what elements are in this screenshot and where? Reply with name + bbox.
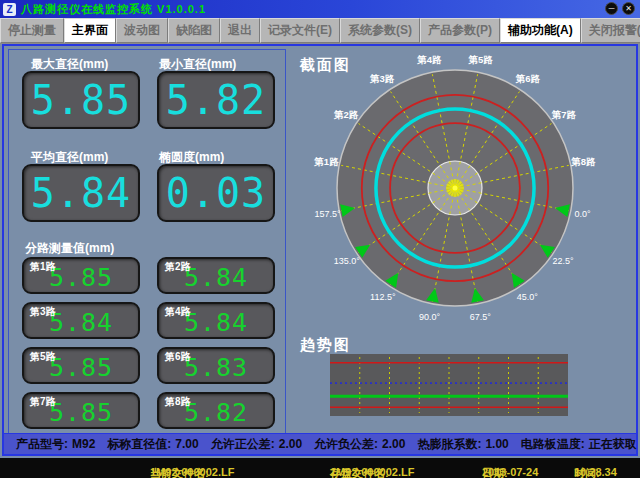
application-window: Z 八路测径仪在线监控系统 V1.0.0.1 ─ ✕ 停止测量 主界面 波动图 … [0,0,640,478]
channel-4-display: 第4路 5.84 [157,302,275,339]
polar-channel-label: 第1路 [313,156,339,167]
avg-diameter-value: 5.84 [24,166,138,220]
tab-defect-chart[interactable]: 缺陷图 [168,18,220,43]
client-area: 最大直径(mm) 最小直径(mm) 5.85 5.82 平均直径(mm) 椭圆度… [2,44,638,456]
channel-1-label: 第1路 [30,260,56,274]
product-info-bar: 产品型号:M92 标称直径值:7.00 允许正公差:2.00 允许负公差:2.0… [4,433,636,454]
polar-angle-label: 90.0° [419,312,441,322]
lower-tolerance: 允许负公差:2.00 [314,436,405,453]
channel-7-label: 第7路 [30,395,56,409]
title-bar: Z 八路测径仪在线监控系统 V1.0.0.1 ─ ✕ [0,0,640,18]
channel-6-display: 第6路 5.83 [157,347,275,384]
polar-channel-label: 第7路 [551,109,577,120]
close-button[interactable]: ✕ [622,2,635,15]
polar-angle-label: 45.0° [517,292,539,302]
thermal-expansion: 热膨胀系数:1.00 [417,436,508,453]
channel-8-label: 第8路 [165,395,191,409]
measurement-panel: 最大直径(mm) 最小直径(mm) 5.85 5.82 平均直径(mm) 椭圆度… [8,49,286,435]
channel-8-display: 第8路 5.82 [157,392,275,429]
polar-channel-label: 第2路 [333,109,359,120]
polar-channel-label: 第5路 [467,54,493,65]
window-title: 八路测径仪在线监控系统 V1.0.0.1 [21,2,206,17]
polar-angle-label: 67.5° [470,312,492,322]
menu-system-params[interactable]: 系统参数(S) [340,18,420,43]
channel-5-label: 第5路 [30,350,56,364]
polar-channel-label: 第8路 [570,156,596,167]
app-logo-icon: Z [3,3,16,16]
center-point [453,186,458,191]
tab-exit[interactable]: 退出 [220,18,260,43]
max-diameter-value: 5.85 [24,73,138,127]
polar-angle-label: 112.5° [370,292,396,302]
minimize-button[interactable]: ─ [605,2,618,15]
menu-record-file[interactable]: 记录文件(E) [260,18,340,43]
polar-angle-label: 0.0° [574,209,591,219]
max-diameter-display: 5.85 [22,71,140,129]
polar-channel-label: 第4路 [416,54,442,65]
channel-2-label: 第2路 [165,260,191,274]
channel-2-display: 第2路 5.84 [157,257,275,294]
polar-angle-label: 157.5° [314,209,341,219]
channel-7-display: 第7路 5.85 [22,392,140,429]
nominal-diameter: 标称直径值:7.00 [107,436,198,453]
product-model: 产品型号:M92 [16,436,95,453]
channel-6-label: 第6路 [165,350,191,364]
tab-main-screen[interactable]: 主界面 [64,18,116,43]
upper-tolerance: 允许正公差:2.00 [211,436,302,453]
tab-fluctuation-chart[interactable]: 波动图 [116,18,168,43]
status-bar: 当前文件名: 1M92-000002.LF 存盘文件名: 1M92-000002… [0,458,640,478]
polar-channel-label: 第3路 [369,73,395,84]
channel-4-label: 第4路 [165,305,191,319]
board-temperature: 电路板温度:正在获取，稍等片刻... [521,436,640,453]
channels-section-label: 分路测量值(mm) [25,240,114,257]
channel-3-label: 第3路 [30,305,56,319]
channel-5-display: 第5路 5.85 [22,347,140,384]
polar-channel-label: 第6路 [515,73,541,84]
trend-chart-title: 趋势图 [300,336,351,355]
polar-angle-label: 22.5° [553,256,575,266]
section-polar-chart: 第1路第2路第3路第4路第5路第6路第7路第8路0.0°22.5°45.0°67… [292,52,636,336]
channel-3-display: 第3路 5.84 [22,302,140,339]
min-diameter-display: 5.82 [157,71,275,129]
ovality-value: 0.03 [159,166,273,220]
min-diameter-value: 5.82 [159,73,273,127]
menu-bar: 停止测量 主界面 波动图 缺陷图 退出 记录文件(E) 系统参数(S) 产品参数… [0,18,640,44]
channel-1-display: 第1路 5.85 [22,257,140,294]
ovality-display: 0.03 [157,164,275,222]
menu-product-params[interactable]: 产品参数(P) [420,18,500,43]
menu-aux-functions[interactable]: 辅助功能(A) [500,18,581,43]
polar-angle-label: 135.0° [334,256,361,266]
trend-chart [330,354,568,416]
tab-stop-measure[interactable]: 停止测量 [0,18,64,43]
avg-diameter-display: 5.84 [22,164,140,222]
menu-close-alarm[interactable]: 关闭报警(M) [581,18,640,43]
